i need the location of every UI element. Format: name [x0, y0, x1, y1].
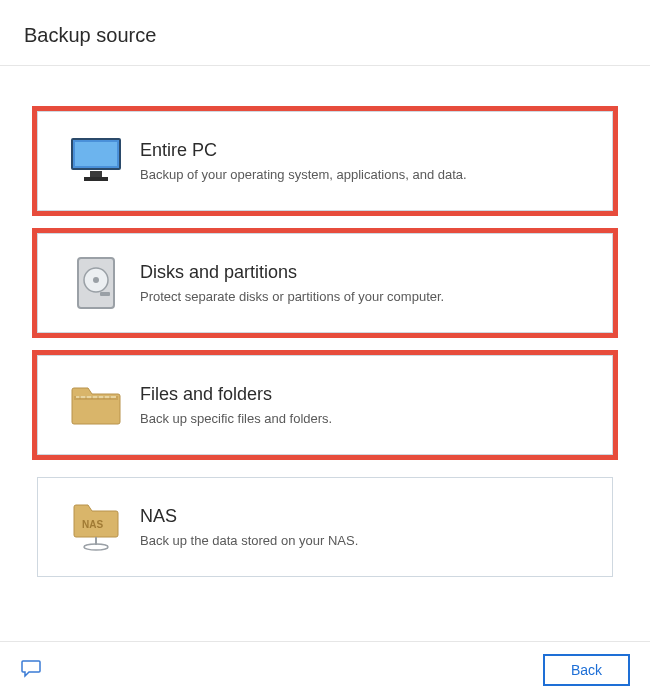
- option-title: Files and folders: [140, 384, 594, 405]
- option-desc: Protect separate disks or partitions of …: [140, 289, 594, 304]
- option-nas-wrap: NAS NAS Back up the data stored on your …: [32, 472, 618, 582]
- option-desc: Back up the data stored on your NAS.: [140, 533, 594, 548]
- dialog-header: Backup source: [0, 0, 650, 66]
- svg-rect-3: [84, 177, 108, 181]
- option-desc: Backup of your operating system, applica…: [140, 167, 594, 182]
- option-title: NAS: [140, 506, 594, 527]
- svg-rect-2: [90, 171, 102, 177]
- option-entire-pc-highlight: Entire PC Backup of your operating syste…: [32, 106, 618, 216]
- svg-rect-7: [100, 292, 110, 296]
- svg-rect-1: [75, 142, 117, 166]
- option-files-highlight: Files and folders Back up specific files…: [32, 350, 618, 460]
- option-nas[interactable]: NAS NAS Back up the data stored on your …: [37, 477, 613, 577]
- dialog-footer: Back: [0, 641, 650, 697]
- chat-icon[interactable]: [20, 658, 42, 682]
- nas-icon: NAS: [56, 501, 136, 553]
- option-entire-pc[interactable]: Entire PC Backup of your operating syste…: [37, 111, 613, 211]
- svg-text:NAS: NAS: [82, 519, 103, 530]
- option-files-folders[interactable]: Files and folders Back up specific files…: [37, 355, 613, 455]
- svg-point-6: [93, 277, 99, 283]
- option-disks-highlight: Disks and partitions Protect separate di…: [32, 228, 618, 338]
- folder-icon: [56, 384, 136, 426]
- back-button[interactable]: Back: [543, 654, 630, 686]
- page-title: Backup source: [24, 24, 626, 47]
- option-title: Entire PC: [140, 140, 594, 161]
- monitor-icon: [56, 137, 136, 185]
- option-title: Disks and partitions: [140, 262, 594, 283]
- option-disks-partitions[interactable]: Disks and partitions Protect separate di…: [37, 233, 613, 333]
- disk-icon: [56, 256, 136, 310]
- option-desc: Back up specific files and folders.: [140, 411, 594, 426]
- backup-source-options: Entire PC Backup of your operating syste…: [0, 66, 650, 582]
